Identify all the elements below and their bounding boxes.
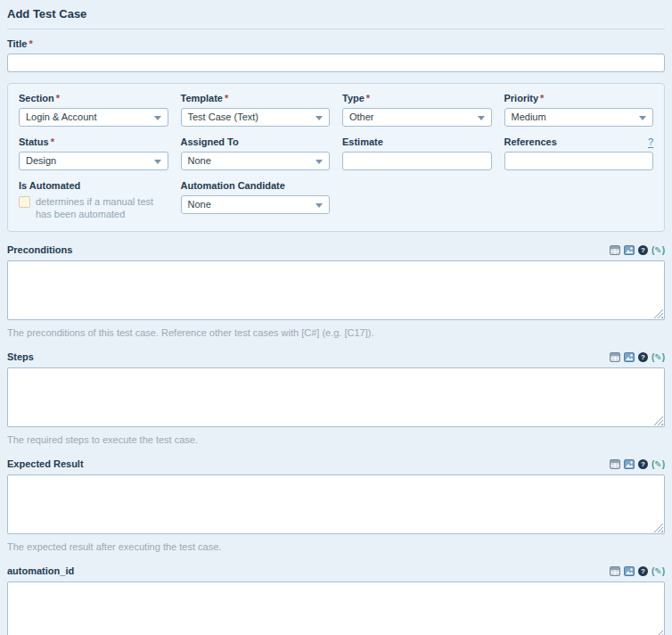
required-marker: * (56, 93, 60, 103)
insert-image-icon[interactable] (624, 459, 635, 469)
formatting-help-icon[interactable]: ? (638, 459, 648, 469)
add-test-case-form: Add Test Case Title* Section* Login & Ac… (0, 0, 672, 635)
insert-table-icon[interactable] (610, 245, 620, 255)
markdown-toggle-icon[interactable]: (✎) (652, 459, 665, 469)
page-title: Add Test Case (7, 5, 665, 29)
expected-result-hint: The expected result after executing the … (7, 541, 665, 553)
insert-table-icon[interactable] (610, 566, 620, 576)
editor-toolbar: ? (✎) (610, 352, 665, 362)
priority-label: Priority* (504, 93, 654, 104)
priority-select[interactable]: Medium (504, 108, 654, 127)
steps-label: Steps (7, 351, 34, 363)
insert-image-icon[interactable] (624, 566, 635, 576)
assigned-to-label: Assigned To (181, 136, 331, 148)
references-label: References (504, 136, 654, 148)
editor-toolbar: ? (✎) (610, 566, 665, 576)
expected-result-label: Expected Result (7, 458, 84, 470)
required-marker: * (51, 136, 54, 147)
is-automated-checkbox[interactable] (19, 196, 30, 208)
assigned-to-select[interactable]: None (181, 152, 331, 170)
chevron-down-icon (478, 116, 485, 120)
steps-section: Steps ? (✎) The required steps to execut… (7, 351, 665, 446)
steps-textarea[interactable] (7, 367, 665, 427)
template-label: Template* (181, 93, 331, 104)
type-label: Type* (342, 93, 492, 104)
chevron-down-icon (154, 160, 161, 164)
is-automated-field: Is Automated determines if a manual test… (19, 180, 168, 220)
insert-table-icon[interactable] (610, 352, 620, 362)
references-help-link[interactable]: ? (648, 136, 653, 148)
expected-result-textarea[interactable] (7, 474, 665, 534)
template-select[interactable]: Test Case (Text) (181, 108, 331, 127)
references-field: ? References (504, 136, 654, 170)
automation-id-section: automation_id ? (✎) automation_id (7, 565, 665, 635)
editor-toolbar: ? (✎) (610, 245, 665, 255)
automation-candidate-label: Automation Candidate (181, 180, 331, 192)
assigned-to-field: Assigned To None (181, 136, 331, 170)
type-field: Type* Other (342, 93, 492, 127)
estimate-label: Estimate (342, 136, 492, 148)
title-field-block: Title* (7, 38, 665, 72)
status-select[interactable]: Design (19, 152, 168, 170)
section-field: Section* Login & Account (19, 93, 168, 127)
estimate-field: Estimate (342, 136, 492, 170)
preconditions-hint: The preconditions of this test case. Ref… (7, 327, 665, 339)
title-label: Title* (7, 38, 665, 50)
references-input[interactable] (504, 152, 654, 170)
insert-image-icon[interactable] (624, 352, 635, 362)
is-automated-label: Is Automated (19, 180, 168, 192)
automation-candidate-field: Automation Candidate None (181, 180, 331, 220)
formatting-help-icon[interactable]: ? (638, 352, 648, 362)
editor-toolbar: ? (✎) (610, 459, 665, 469)
status-field: Status* Design (19, 136, 168, 170)
preconditions-textarea[interactable] (7, 260, 665, 320)
required-marker: * (225, 93, 228, 103)
preconditions-section: Preconditions ? (✎) The preconditions of… (7, 244, 665, 339)
chevron-down-icon (316, 116, 323, 120)
formatting-help-icon[interactable]: ? (638, 566, 648, 576)
automation-id-textarea[interactable] (7, 581, 665, 635)
chevron-down-icon (154, 116, 161, 120)
section-select[interactable]: Login & Account (19, 108, 168, 127)
preconditions-label: Preconditions (7, 244, 72, 256)
type-select[interactable]: Other (342, 108, 492, 127)
chevron-down-icon (316, 160, 323, 164)
section-label: Section* (19, 93, 168, 104)
insert-table-icon[interactable] (610, 459, 620, 469)
priority-field: Priority* Medium (504, 93, 654, 127)
is-automated-description: determines if a manual test has been aut… (36, 195, 168, 220)
status-label: Status* (19, 136, 168, 148)
case-attributes-box: Section* Login & Account Template* Test … (7, 83, 665, 232)
formatting-help-icon[interactable]: ? (638, 245, 648, 255)
expected-result-section: Expected Result ? (✎) The expected resul… (7, 458, 665, 553)
automation-id-label: automation_id (7, 565, 74, 577)
insert-image-icon[interactable] (624, 245, 635, 255)
automation-candidate-select[interactable]: None (181, 195, 331, 214)
estimate-input[interactable] (342, 152, 492, 170)
required-marker: * (366, 93, 370, 103)
required-marker: * (29, 38, 32, 49)
template-field: Template* Test Case (Text) (181, 93, 331, 127)
chevron-down-icon (316, 203, 323, 208)
title-input[interactable] (7, 54, 665, 72)
markdown-toggle-icon[interactable]: (✎) (652, 245, 665, 255)
steps-hint: The required steps to execute the test c… (7, 434, 665, 446)
markdown-toggle-icon[interactable]: (✎) (652, 352, 665, 362)
required-marker: * (540, 93, 544, 103)
chevron-down-icon (639, 116, 646, 120)
markdown-toggle-icon[interactable]: (✎) (652, 566, 665, 576)
